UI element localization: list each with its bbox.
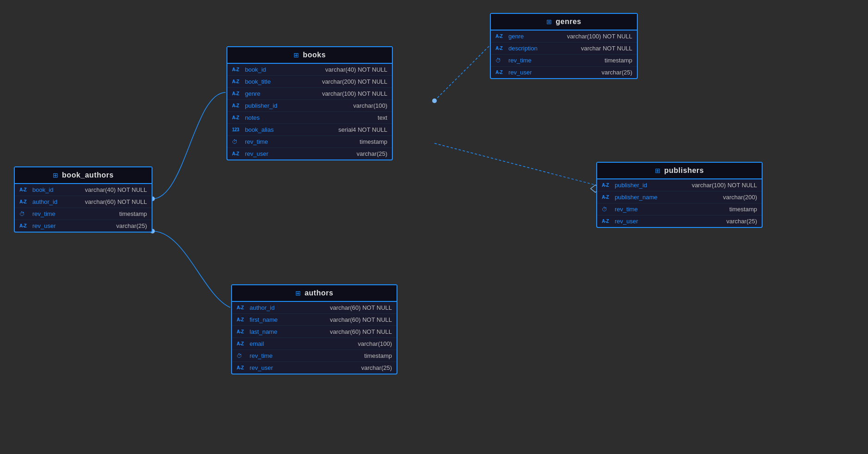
table-row: 123 book_alias serial4 NOT NULL	[227, 124, 392, 136]
col-name: book_alias	[245, 126, 329, 133]
table-row: A-Z email varchar(100)	[232, 338, 397, 350]
table-row: A-Z last_name varchar(60) NOT NULL	[232, 326, 397, 338]
az-icon: A-Z	[602, 183, 615, 188]
table-book-authors-title: book_authors	[62, 171, 114, 179]
az-icon: A-Z	[232, 115, 245, 120]
col-type: varchar(40) NOT NULL	[325, 66, 387, 73]
table-genres-title: genres	[556, 18, 581, 26]
col-name: publisher_name	[615, 194, 714, 201]
table-authors-title: authors	[305, 289, 333, 297]
clock-icon: ⏱	[237, 353, 250, 359]
table-publishers-title: publishers	[664, 166, 704, 175]
table-row: A-Z rev_user varchar(25)	[597, 215, 762, 227]
table-icon: ⊞	[546, 18, 552, 25]
az-icon: A-Z	[495, 46, 508, 51]
az-icon: A-Z	[237, 305, 250, 310]
col-name: description	[508, 45, 572, 52]
az-icon: A-Z	[19, 187, 32, 192]
col-name: first_name	[250, 316, 321, 323]
col-name: author_id	[32, 198, 76, 205]
table-row: A-Z publisher_name varchar(200)	[597, 191, 762, 203]
table-book-authors: ⊞ book_authors A-Z book_id varchar(40) N…	[14, 166, 153, 233]
col-type: varchar(100) NOT NULL	[322, 90, 387, 97]
az-icon: A-Z	[602, 195, 615, 200]
col-name: book_id	[32, 186, 76, 193]
col-name: publisher_id	[615, 182, 683, 189]
table-row: A-Z publisher_id varchar(100)	[227, 100, 392, 112]
table-books-title: books	[303, 51, 326, 59]
col-name: book_title	[245, 78, 313, 85]
az-icon: A-Z	[602, 219, 615, 224]
col-name: rev_user	[615, 218, 717, 225]
col-name: genre	[245, 90, 313, 97]
col-type: serial4 NOT NULL	[338, 126, 387, 133]
table-row: A-Z rev_user varchar(25)	[232, 362, 397, 374]
az-icon: A-Z	[495, 34, 508, 39]
table-icon: ⊞	[295, 289, 301, 297]
col-type: varchar(100)	[353, 102, 387, 109]
table-publishers-header: ⊞ publishers	[597, 163, 762, 179]
az-icon: A-Z	[237, 317, 250, 322]
col-type: varchar(60) NOT NULL	[330, 304, 392, 311]
col-type: varchar(200)	[723, 194, 757, 201]
table-row: ⏱ rev_time timestamp	[491, 55, 637, 67]
az-icon: A-Z	[237, 365, 250, 370]
col-type: varchar(200) NOT NULL	[322, 78, 387, 85]
col-type: varchar(60) NOT NULL	[330, 328, 392, 335]
az-icon: A-Z	[232, 67, 245, 72]
col-name: author_id	[250, 304, 321, 311]
col-name: rev_time	[508, 57, 595, 64]
az-icon: A-Z	[237, 329, 250, 334]
az-icon: A-Z	[232, 91, 245, 96]
table-row: A-Z genre varchar(100) NOT NULL	[491, 31, 637, 43]
col-name: rev_time	[245, 138, 350, 145]
col-type: text	[378, 114, 387, 121]
canvas: ⊞ genres A-Z genre varchar(100) NOT NULL…	[0, 0, 868, 454]
table-row: A-Z first_name varchar(60) NOT NULL	[232, 314, 397, 326]
table-row: A-Z notes text	[227, 112, 392, 124]
clock-icon: ⏱	[602, 206, 615, 213]
az-icon: A-Z	[237, 341, 250, 346]
col-name: last_name	[250, 328, 321, 335]
az-icon: A-Z	[19, 223, 32, 228]
num-icon: 123	[232, 127, 245, 132]
col-name: genre	[508, 33, 558, 40]
col-type: timestamp	[605, 57, 632, 64]
az-icon: A-Z	[232, 151, 245, 156]
svg-line-2	[434, 143, 595, 185]
col-name: rev_user	[245, 150, 348, 157]
table-row: A-Z genre varchar(100) NOT NULL	[227, 88, 392, 100]
col-type: timestamp	[729, 206, 757, 213]
table-row: A-Z author_id varchar(60) NOT NULL	[15, 196, 152, 208]
col-name: notes	[245, 114, 368, 121]
col-type: timestamp	[119, 210, 147, 217]
table-publishers: ⊞ publishers A-Z publisher_id varchar(10…	[596, 162, 763, 228]
az-icon: A-Z	[232, 79, 245, 84]
az-icon: A-Z	[19, 199, 32, 204]
table-row: A-Z book_title varchar(200) NOT NULL	[227, 76, 392, 88]
col-type: varchar(25)	[116, 222, 147, 229]
table-row: A-Z rev_user varchar(25)	[227, 148, 392, 160]
col-type: varchar(60) NOT NULL	[330, 316, 392, 323]
col-name: rev_user	[250, 364, 352, 371]
table-row: A-Z author_id varchar(60) NOT NULL	[232, 302, 397, 314]
table-genres-header: ⊞ genres	[491, 14, 637, 31]
table-icon: ⊞	[655, 167, 660, 174]
col-name: rev_time	[32, 210, 110, 217]
clock-icon: ⏱	[19, 211, 32, 217]
col-name: rev_user	[508, 69, 593, 76]
col-name: rev_user	[32, 222, 107, 229]
clock-icon: ⏱	[495, 57, 508, 64]
table-row: ⏱ rev_time timestamp	[232, 350, 397, 362]
col-name: email	[250, 340, 348, 347]
table-icon: ⊞	[293, 51, 299, 59]
table-row: A-Z rev_user varchar(25)	[15, 220, 152, 232]
table-row: A-Z description varchar NOT NULL	[491, 43, 637, 55]
table-authors-header: ⊞ authors	[232, 285, 397, 302]
col-type: varchar(25)	[727, 218, 757, 225]
table-books: ⊞ books A-Z book_id varchar(40) NOT NULL…	[226, 46, 393, 160]
col-type: timestamp	[360, 138, 387, 145]
col-type: varchar(40) NOT NULL	[85, 186, 147, 193]
col-name: rev_time	[615, 206, 720, 213]
col-type: varchar NOT NULL	[581, 45, 632, 52]
